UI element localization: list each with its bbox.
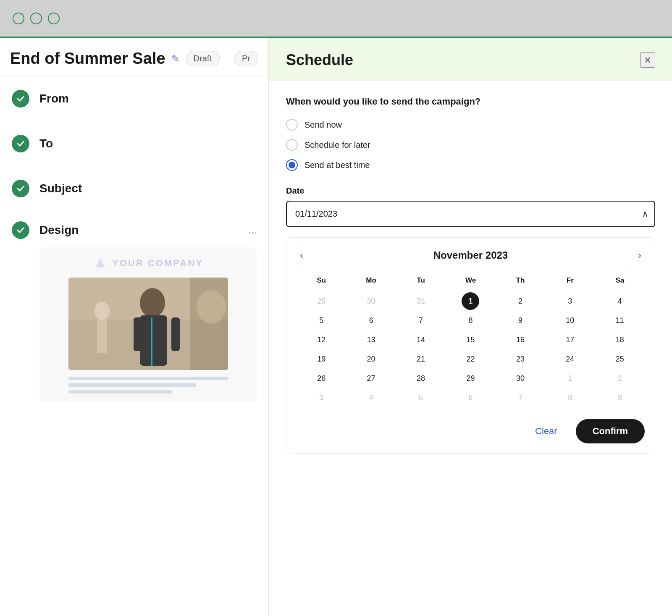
cal-day[interactable]: 3 bbox=[318, 389, 325, 406]
cal-day[interactable]: 20 bbox=[365, 350, 377, 368]
cal-day[interactable]: 23 bbox=[514, 350, 526, 368]
radio-send-now-circle[interactable] bbox=[286, 119, 298, 131]
cal-day[interactable]: 1 bbox=[566, 370, 574, 387]
date-label: Date bbox=[286, 186, 655, 196]
cal-day[interactable]: 30 bbox=[514, 370, 526, 387]
cal-day[interactable]: 28 bbox=[415, 370, 427, 387]
right-panel: Schedule × When would you like to send t… bbox=[269, 38, 672, 616]
cal-header-su: Su bbox=[297, 273, 346, 291]
cal-day[interactable]: 4 bbox=[368, 389, 375, 406]
draft-badge: Draft bbox=[186, 51, 220, 66]
traffic-light-2[interactable] bbox=[30, 13, 42, 24]
cal-day[interactable]: 2 bbox=[517, 292, 524, 310]
cal-day[interactable]: 31 bbox=[415, 292, 427, 310]
cal-day[interactable]: 9 bbox=[616, 389, 624, 406]
svg-rect-5 bbox=[140, 315, 167, 366]
cal-day[interactable]: 6 bbox=[467, 389, 474, 406]
traffic-lights bbox=[13, 13, 60, 24]
cal-day[interactable]: 4 bbox=[616, 292, 624, 310]
ellipsis-button[interactable]: ... bbox=[248, 224, 257, 236]
cal-header-mo: Mo bbox=[346, 273, 396, 291]
cal-day-selected[interactable]: 1 bbox=[462, 292, 479, 310]
cal-day[interactable]: 8 bbox=[566, 389, 574, 406]
to-section[interactable]: To bbox=[0, 121, 268, 166]
cal-day[interactable]: 26 bbox=[315, 370, 327, 387]
subject-label: Subject bbox=[39, 182, 82, 195]
schedule-modal: Schedule × When would you like to send t… bbox=[269, 38, 672, 616]
confirm-button[interactable]: Confirm bbox=[576, 419, 645, 443]
cal-day[interactable]: 18 bbox=[614, 331, 626, 349]
cal-day[interactable]: 11 bbox=[614, 312, 626, 329]
cal-day[interactable]: 19 bbox=[315, 350, 327, 368]
cal-day[interactable]: 10 bbox=[564, 312, 576, 329]
cal-day[interactable]: 14 bbox=[415, 331, 427, 349]
from-check bbox=[12, 90, 29, 107]
cal-day[interactable]: 6 bbox=[368, 312, 375, 329]
traffic-light-1[interactable] bbox=[13, 13, 24, 24]
cal-day[interactable]: 21 bbox=[415, 350, 427, 368]
date-section: Date ∧ ‹ November 2023 › bbox=[286, 186, 655, 454]
calendar-grid: Su Mo Tu We Th Fr Sa 29 30 31 1 bbox=[297, 273, 645, 407]
cal-day[interactable]: 29 bbox=[315, 292, 327, 310]
cal-day[interactable]: 7 bbox=[417, 312, 425, 329]
close-button[interactable]: × bbox=[640, 52, 655, 68]
subject-section[interactable]: Subject bbox=[0, 166, 268, 211]
company-name-text: YOUR COMPANY bbox=[112, 258, 203, 269]
prev-month-button[interactable]: ‹ bbox=[297, 248, 307, 263]
preview-button[interactable]: Pr bbox=[234, 51, 258, 66]
preview-placeholder bbox=[68, 278, 228, 370]
cal-day[interactable]: 8 bbox=[467, 312, 474, 329]
cal-day[interactable]: 5 bbox=[417, 389, 425, 406]
radio-send-best-time[interactable]: Send at best time bbox=[286, 159, 655, 171]
edit-icon[interactable]: ✎ bbox=[171, 53, 180, 65]
cal-day[interactable]: 13 bbox=[365, 331, 377, 349]
clear-button[interactable]: Clear bbox=[525, 420, 567, 443]
cal-day[interactable]: 22 bbox=[465, 350, 476, 368]
cal-day[interactable]: 30 bbox=[365, 292, 377, 310]
cal-day[interactable]: 2 bbox=[616, 370, 624, 387]
radio-schedule-later-circle[interactable] bbox=[286, 139, 298, 151]
radio-send-best-time-circle[interactable] bbox=[286, 159, 298, 171]
cal-day[interactable]: 7 bbox=[517, 389, 524, 406]
question-text: When would you like to send the campaign… bbox=[286, 96, 655, 107]
cal-day[interactable]: 27 bbox=[365, 370, 377, 387]
cal-day[interactable]: 9 bbox=[517, 312, 524, 329]
svg-rect-6 bbox=[134, 317, 142, 351]
radio-schedule-later[interactable]: Schedule for later bbox=[286, 139, 655, 151]
design-header: Design ... bbox=[12, 221, 257, 239]
radio-send-now-label: Send now bbox=[304, 120, 342, 130]
cal-day[interactable]: 12 bbox=[315, 331, 327, 349]
from-label: From bbox=[39, 92, 69, 105]
from-section[interactable]: From bbox=[0, 76, 268, 121]
cal-day[interactable]: 17 bbox=[564, 331, 576, 349]
cal-day[interactable]: 16 bbox=[514, 331, 526, 349]
calendar-footer: Clear Confirm bbox=[297, 419, 645, 443]
svg-rect-10 bbox=[97, 320, 107, 353]
date-input-wrapper: ∧ bbox=[286, 201, 655, 227]
cal-day[interactable]: 25 bbox=[614, 350, 626, 368]
cal-day[interactable]: 3 bbox=[566, 292, 574, 310]
date-input[interactable] bbox=[286, 201, 655, 227]
traffic-light-3[interactable] bbox=[48, 13, 60, 24]
cal-header-th: Th bbox=[496, 273, 545, 291]
left-panel: End of Summer Sale ✎ Draft Pr From To bbox=[0, 38, 269, 616]
cal-day[interactable]: 24 bbox=[564, 350, 576, 368]
design-label: Design bbox=[39, 223, 79, 237]
subject-check bbox=[12, 180, 29, 197]
page-header: End of Summer Sale ✎ Draft Pr bbox=[0, 38, 268, 76]
cal-day[interactable]: 15 bbox=[465, 331, 476, 349]
content-line-3 bbox=[68, 390, 172, 393]
radio-send-now[interactable]: Send now bbox=[286, 119, 655, 131]
radio-inner-dot bbox=[289, 162, 295, 168]
svg-rect-8 bbox=[151, 317, 152, 366]
calendar: ‹ November 2023 › Su Mo Tu We Th Fr bbox=[286, 237, 655, 454]
cal-day[interactable]: 5 bbox=[318, 312, 325, 329]
main-area: End of Summer Sale ✎ Draft Pr From To bbox=[0, 38, 672, 616]
content-line-1 bbox=[68, 377, 228, 380]
cal-day[interactable]: 29 bbox=[465, 370, 476, 387]
next-month-button[interactable]: › bbox=[635, 248, 645, 263]
company-logo: YOUR COMPANY bbox=[93, 256, 203, 271]
cal-header-fr: Fr bbox=[545, 273, 595, 291]
page-title: End of Summer Sale bbox=[10, 50, 165, 68]
radio-send-best-time-label: Send at best time bbox=[304, 160, 370, 170]
